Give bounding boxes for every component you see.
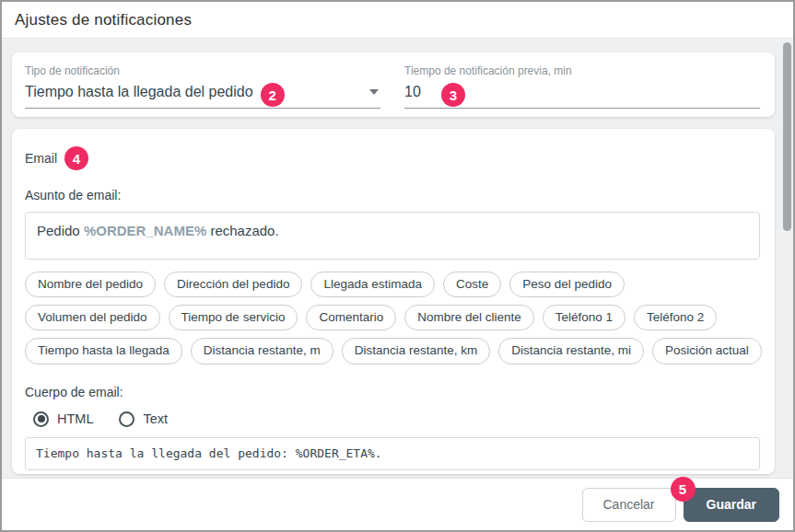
step-badge-3: 3	[441, 83, 465, 107]
email-body-label: Cuerpo de email:	[25, 385, 760, 399]
subject-suffix: rechazado.	[206, 223, 278, 238]
body-format-radio-group: HTML Text	[33, 411, 760, 427]
notification-type-label: Tipo de notificación	[25, 64, 380, 77]
lead-time-field[interactable]: Tiempo de notificación previa, min 3	[404, 64, 760, 117]
placeholder-chip-row: Nombre del pedidoDirección del pedidoLle…	[25, 272, 760, 297]
placeholder-chip[interactable]: Nombre del pedido	[25, 272, 156, 297]
placeholder-chip[interactable]: Distancia restante, km	[342, 338, 491, 364]
page-title: Ajustes de notificaciones	[15, 11, 192, 29]
subject-token: %ORDER_NAME%	[84, 223, 206, 238]
placeholder-chip[interactable]: Peso del pedido	[509, 272, 625, 297]
step-badge-4: 4	[64, 146, 88, 170]
lead-time-label: Tiempo de notificación previa, min	[404, 64, 760, 77]
email-section-title: Email	[25, 151, 57, 166]
dialog-footer: Cancelar 5 Guardar	[2, 478, 793, 530]
placeholder-chip-row: Volumen del pedidoTiempo de servicioCome…	[25, 305, 760, 330]
email-title-row: Email 4	[25, 146, 760, 170]
dialog-header: Ajustes de notificaciones	[2, 2, 793, 39]
placeholder-chip[interactable]: Volumen del pedido	[25, 305, 160, 330]
scrollbar-thumb[interactable]	[783, 42, 791, 231]
lead-time-input-row: 3	[404, 82, 760, 109]
save-button[interactable]: Guardar	[684, 488, 779, 522]
email-settings-card: Email 4 Asunto de email: Pedido %ORDER_N…	[12, 129, 775, 474]
placeholder-chip[interactable]: Nombre del cliente	[404, 305, 534, 330]
email-body-textarea[interactable]: Tiempo hasta la llegada del pedido: %ORD…	[25, 437, 760, 470]
placeholder-chip[interactable]: Tiempo de servicio	[169, 305, 298, 330]
format-option-text[interactable]: Text	[119, 411, 168, 427]
step-badge-2: 2	[261, 83, 285, 107]
email-subject-label: Asunto de email:	[25, 188, 760, 202]
notification-type-field[interactable]: Tipo de notificación Tiempo hasta la lle…	[25, 64, 380, 117]
radio-text-label: Text	[143, 411, 168, 426]
radio-html[interactable]	[33, 411, 49, 427]
subject-prefix: Pedido	[37, 223, 84, 238]
notification-type-select[interactable]: Tiempo hasta la llegada del pedido 2	[25, 82, 380, 109]
placeholder-chip[interactable]: Comentario	[306, 305, 396, 330]
save-button-wrapper: 5 Guardar	[684, 488, 779, 522]
radio-text[interactable]	[119, 411, 134, 427]
placeholder-chip-list: Nombre del pedidoDirección del pedidoLle…	[25, 272, 760, 364]
step-badge-5: 5	[671, 477, 696, 502]
notification-settings-card: Tipo de notificación Tiempo hasta la lle…	[12, 52, 775, 117]
format-option-html[interactable]: HTML	[33, 411, 93, 427]
placeholder-chip[interactable]: Teléfono 1	[543, 305, 625, 330]
placeholder-chip[interactable]: Tiempo hasta la llegada	[25, 338, 182, 364]
placeholder-chip[interactable]: Distancia restante, m	[191, 338, 333, 364]
chevron-down-icon[interactable]	[369, 89, 379, 95]
cancel-button[interactable]: Cancelar	[582, 488, 676, 522]
scrollbar-track	[780, 39, 792, 478]
dialog-body: Tipo de notificación Tiempo hasta la lle…	[2, 39, 793, 478]
lead-time-input[interactable]	[404, 84, 441, 100]
radio-html-label: HTML	[57, 411, 93, 426]
notification-type-value: Tiempo hasta la llegada del pedido	[25, 84, 253, 100]
placeholder-chip[interactable]: Coste	[443, 272, 501, 297]
placeholder-chip[interactable]: Llegada estimada	[310, 272, 435, 297]
placeholder-chip[interactable]: Teléfono 2	[634, 305, 717, 330]
placeholder-chip[interactable]: Distancia restante, mi	[498, 338, 644, 364]
placeholder-chip-row: Tiempo hasta la llegadaDistancia restant…	[25, 338, 760, 364]
email-subject-input[interactable]: Pedido %ORDER_NAME% rechazado.	[25, 212, 760, 260]
placeholder-chip[interactable]: Posición actual	[652, 338, 762, 364]
placeholder-chip[interactable]: Dirección del pedido	[164, 272, 302, 297]
notification-settings-dialog: Ajustes de notificaciones Tipo de notifi…	[0, 0, 795, 532]
